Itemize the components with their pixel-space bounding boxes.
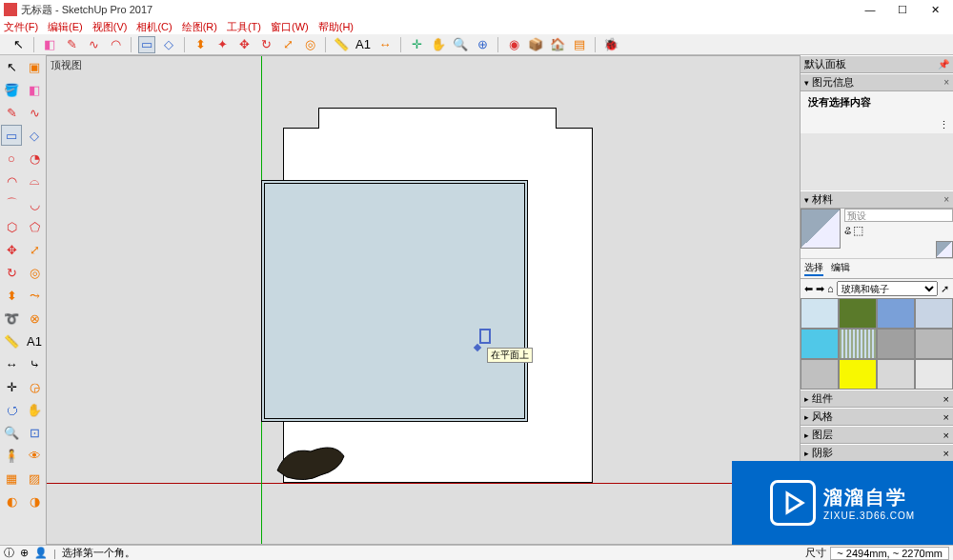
offset-icon[interactable]: ◎ (301, 36, 318, 53)
sand2-icon[interactable]: ▨ (24, 468, 45, 489)
sect2-icon[interactable]: ◑ (24, 490, 45, 511)
swatch[interactable] (915, 359, 953, 390)
default-material-icon[interactable]: ⬚ (853, 224, 863, 237)
swatch[interactable] (915, 298, 953, 329)
pencil-icon[interactable]: ✎ (63, 36, 80, 53)
outliner-icon[interactable]: 🐞 (602, 36, 619, 53)
swatch[interactable] (877, 329, 915, 359)
swatch[interactable] (839, 329, 877, 359)
panel-close-icon[interactable]: × (943, 411, 949, 423)
menu-camera[interactable]: 相机(C) (136, 19, 172, 34)
position-camera-icon[interactable]: 🧍 (1, 445, 22, 466)
rotated-rect-icon[interactable]: ◇ (24, 125, 45, 146)
menu-tools[interactable]: 工具(T) (227, 19, 261, 34)
orbit-icon[interactable]: ⭯ (1, 399, 22, 420)
panel-close-icon[interactable]: × (943, 194, 949, 205)
arc4-icon[interactable]: ◡ (24, 193, 45, 214)
look-around-icon[interactable]: 👁 (24, 445, 45, 466)
arc2-icon[interactable]: ⌒ (1, 193, 22, 214)
move-icon[interactable]: ✥ (1, 239, 22, 260)
text-icon[interactable]: A1 (24, 330, 45, 351)
paint-icon[interactable]: ✦ (213, 36, 231, 53)
label-icon[interactable]: ⤷ (24, 353, 45, 374)
intersect-icon[interactable]: ⊗ (24, 308, 45, 329)
eraser-icon[interactable]: ◧ (41, 36, 58, 53)
scale-icon[interactable]: ⤢ (279, 36, 296, 53)
section-icon[interactable]: ◐ (1, 490, 22, 511)
paint-bucket-icon[interactable]: 🪣 (1, 79, 22, 100)
arc3-icon[interactable]: ⌓ (24, 170, 45, 191)
text-icon[interactable]: A1 (355, 36, 372, 53)
freehand-icon[interactable]: ∿ (85, 36, 102, 53)
tape-icon[interactable]: 📏 (333, 36, 350, 53)
minimize-button[interactable]: — (863, 4, 877, 16)
swatch[interactable] (877, 359, 915, 390)
axes-icon[interactable]: ✛ (1, 376, 22, 397)
material-library-select[interactable]: 玻璃和镜子 (837, 281, 938, 296)
polygon-icon[interactable]: ⬡ (1, 216, 22, 237)
eraser-icon[interactable]: ◧ (24, 79, 45, 100)
styles-header[interactable]: ▸风格× (801, 408, 953, 426)
dimension-icon[interactable]: ↔ (376, 36, 394, 53)
sandbox-icon[interactable]: ▦ (1, 468, 22, 489)
sample-icon[interactable]: ➚ (941, 283, 949, 295)
rotate-icon[interactable]: ↻ (257, 36, 274, 53)
material-thumbnail[interactable] (801, 209, 841, 249)
panel-close-icon[interactable]: × (943, 77, 949, 88)
arc-icon[interactable]: ◠ (1, 170, 22, 191)
swatch[interactable] (915, 329, 953, 359)
followme-icon[interactable]: ➰ (1, 308, 22, 329)
swatch[interactable] (801, 359, 839, 390)
menu-view[interactable]: 视图(V) (92, 19, 128, 34)
circle-icon[interactable]: ○ (1, 148, 22, 169)
dimension-value[interactable]: ~ 2494mm, ~ 2270mm (830, 547, 949, 560)
arc-icon[interactable]: ◠ (107, 36, 124, 53)
menu-edit[interactable]: 编辑(E) (48, 19, 83, 34)
rotate-icon[interactable]: ↻ (1, 262, 22, 283)
entity-more-icon[interactable]: ⋮ (939, 119, 949, 130)
close-button[interactable]: ✕ (928, 4, 942, 16)
offset-icon[interactable]: ◎ (24, 262, 45, 283)
dim-icon[interactable]: ↔ (1, 353, 22, 374)
geo-icon[interactable]: ⊕ (20, 547, 29, 559)
rectangle-icon[interactable]: ▭ (138, 36, 155, 53)
axes-icon[interactable]: ✛ (408, 36, 425, 53)
zoom-icon[interactable]: ⊕ (474, 36, 491, 53)
swatch[interactable] (839, 298, 877, 329)
menu-window[interactable]: 窗口(W) (271, 19, 309, 34)
panel-close-icon[interactable]: × (943, 448, 949, 459)
maximize-button[interactable]: ☐ (896, 4, 909, 16)
tab-edit[interactable]: 编辑 (831, 261, 850, 276)
back-icon[interactable]: ⬅ (804, 283, 813, 295)
entity-info-header[interactable]: ▾ 图元信息 × (801, 73, 953, 91)
make-component-icon[interactable]: ▣ (24, 56, 45, 77)
zoom-icon[interactable]: 🔍 (1, 422, 22, 443)
forward-icon[interactable]: ➡ (816, 283, 824, 295)
menu-file[interactable]: 文件(F) (4, 19, 38, 34)
swatch[interactable] (839, 359, 877, 390)
swatch[interactable] (877, 298, 915, 329)
viewport[interactable]: 顶视图 在平面上 (46, 55, 801, 545)
orbit-icon[interactable]: ✋ (430, 36, 447, 53)
secondary-thumbnail[interactable] (936, 241, 953, 258)
pushpull-icon[interactable]: ⬍ (1, 285, 22, 306)
materials-header[interactable]: ▾ 材料 × (801, 190, 953, 209)
tray-header[interactable]: 默认面板 📌 (801, 55, 953, 73)
protractor-icon[interactable]: ◶ (24, 376, 45, 397)
section-icon[interactable]: 📦 (527, 36, 544, 53)
create-material-icon[interactable]: ଌ (844, 224, 851, 237)
move-icon[interactable]: ✥ (235, 36, 253, 53)
menu-draw[interactable]: 绘图(R) (182, 19, 217, 34)
swatch[interactable] (801, 298, 839, 329)
warehouse-icon[interactable]: 🏠 (549, 36, 566, 53)
walk-icon[interactable]: ◉ (505, 36, 522, 53)
panel-close-icon[interactable]: × (943, 430, 949, 441)
rectangle2-icon[interactable]: ◇ (160, 36, 177, 53)
menu-help[interactable]: 帮助(H) (318, 19, 354, 34)
tray-pin-icon[interactable]: 📌 (938, 59, 949, 70)
pan-icon[interactable]: ✋ (24, 399, 45, 420)
ngon-icon[interactable]: ⬠ (24, 216, 45, 237)
tape-icon[interactable]: 📏 (1, 330, 22, 351)
line-icon[interactable]: ✎ (1, 102, 22, 123)
panel-close-icon[interactable]: × (943, 393, 949, 405)
